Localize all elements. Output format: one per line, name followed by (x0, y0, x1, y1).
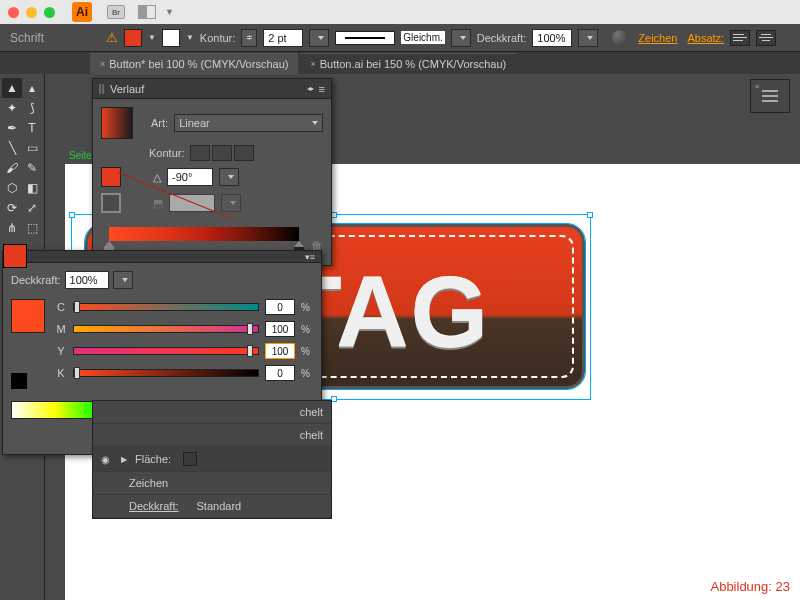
gradient-angle-dropdown[interactable] (219, 168, 239, 186)
document-tabs: ×Button* bei 100 % (CMYK/Vorschau) ×Butt… (0, 52, 800, 74)
type-tool[interactable]: T (22, 118, 42, 138)
close-dot[interactable] (8, 7, 19, 18)
close-tab-icon[interactable]: × (100, 59, 105, 69)
stroke-grad-label: Kontur: (149, 147, 184, 159)
close-tab-icon[interactable]: × (310, 59, 315, 69)
layout-toggle-icon[interactable] (138, 5, 156, 19)
magic-wand-tool[interactable]: ✦ (2, 98, 22, 118)
figure-caption: Abbildung: 23 (710, 579, 790, 594)
stop-opacity-input[interactable]: 100% (65, 271, 109, 289)
rotate-tool[interactable]: ⟳ (2, 198, 22, 218)
selection-tool[interactable]: ▲ (2, 78, 22, 98)
gradient-panel: Verlauf ◂▸ ≡ Art: Linear Kontur: △ -90° … (92, 78, 332, 266)
opacity-input[interactable]: 100% (532, 29, 572, 47)
none-swatch[interactable] (11, 373, 27, 389)
gradient-preview[interactable] (101, 107, 133, 139)
options-bar: Schrift ⚠ ▼ ▼ Kontur: ≑ 2 pt Gleichm. De… (0, 24, 800, 52)
stroke-grad-2-icon[interactable] (212, 145, 232, 161)
stroke-weight-dropdown[interactable]: ≑ (241, 29, 257, 47)
aspect-dropdown[interactable] (221, 194, 241, 212)
document-tab-2[interactable]: ×Button.ai bei 150 % (CMYK/Vorschau) (300, 53, 516, 74)
fill-swatch[interactable] (124, 29, 142, 47)
eraser-tool[interactable]: ◧ (22, 178, 42, 198)
recolor-icon[interactable] (612, 30, 628, 46)
lasso-tool[interactable]: ⟆ (22, 98, 42, 118)
gradient-ramp[interactable]: 🗑 (109, 227, 299, 241)
width-tool[interactable]: ⋔ (2, 218, 22, 238)
profile-dropdown[interactable] (451, 29, 471, 47)
kontur-label: Kontur: (200, 32, 235, 44)
y-label: Y (55, 345, 67, 357)
rectangle-tool[interactable]: ▭ (22, 138, 42, 158)
magenta-value[interactable]: 100 (265, 321, 295, 337)
panel-menu-icon[interactable] (762, 90, 778, 102)
appearance-row[interactable]: chelt (93, 401, 331, 424)
align-left-button[interactable] (730, 30, 750, 46)
gradient-angle-input[interactable]: -90° (167, 168, 213, 186)
current-color-swatch[interactable] (11, 299, 45, 333)
stroke-grad-3-icon[interactable] (234, 145, 254, 161)
pencil-tool[interactable]: ✎ (22, 158, 42, 178)
type-label: Art: (151, 117, 168, 129)
scale-tool[interactable]: ⤢ (22, 198, 42, 218)
panel-collapse-icon[interactable]: ◂▸ (307, 84, 313, 93)
collapsed-panel[interactable]: « (750, 79, 790, 113)
stroke-grad-1-icon[interactable] (190, 145, 210, 161)
direct-selection-tool[interactable]: ▴ (22, 78, 42, 98)
gradient-type-dropdown[interactable]: Linear (174, 114, 323, 132)
line-tool[interactable]: ╲ (2, 138, 22, 158)
black-slider[interactable] (73, 369, 259, 377)
panel-menu-icon[interactable]: ▾≡ (305, 252, 315, 262)
m-label: M (55, 323, 67, 335)
fill-row[interactable]: ◉▶Fläche: (93, 447, 331, 472)
free-transform-tool[interactable]: ⬚ (22, 218, 42, 238)
paragraph-link[interactable]: Absatz: (687, 32, 724, 44)
align-center-button[interactable] (756, 30, 776, 46)
cyan-slider[interactable] (73, 303, 259, 311)
opacity-label: Deckkraft: (477, 32, 527, 44)
stroke-swatch[interactable] (162, 29, 180, 47)
type-label: Schrift (10, 31, 44, 45)
yellow-slider[interactable] (73, 347, 259, 355)
blob-brush-tool[interactable]: ⬡ (2, 178, 22, 198)
document-tab-1[interactable]: ×Button* bei 100 % (CMYK/Vorschau) (90, 53, 298, 74)
profile-label: Gleichm. (401, 31, 444, 44)
expand-icon[interactable]: « (755, 82, 759, 91)
c-label: C (55, 301, 67, 313)
character-row[interactable]: Zeichen (93, 472, 331, 495)
gradient-stroke-swatch[interactable] (101, 193, 121, 213)
brush-tool[interactable]: 🖌 (2, 158, 22, 178)
app-badge-icon: Ai (72, 2, 92, 22)
k-label: K (55, 367, 67, 379)
pen-tool[interactable]: ✒ (2, 118, 22, 138)
gradient-panel-title: Verlauf (110, 83, 144, 95)
fill-swatch-small[interactable] (183, 452, 197, 466)
visibility-icon[interactable]: ◉ (101, 454, 113, 465)
appearance-panel: chelt chelt ◉▶Fläche: Zeichen Deckkraft:… (92, 400, 332, 519)
stroke-weight-flyout[interactable] (309, 29, 329, 47)
opacity-dropdown[interactable] (578, 29, 598, 47)
stroke-profile[interactable] (335, 31, 395, 45)
gradient-panel-header[interactable]: Verlauf ◂▸ ≡ (93, 79, 331, 99)
minimize-dot[interactable] (26, 7, 37, 18)
warning-icon[interactable]: ⚠ (106, 30, 118, 45)
artboard-label: Seite (69, 150, 92, 161)
character-link[interactable]: Zeichen (638, 32, 677, 44)
gradient-fill-swatch[interactable] (101, 167, 121, 187)
window-titlebar: Ai Br ▼ (0, 0, 800, 24)
cyan-value[interactable]: 0 (265, 299, 295, 315)
magenta-slider[interactable] (73, 325, 259, 333)
zoom-dot[interactable] (44, 7, 55, 18)
black-value[interactable]: 0 (265, 365, 295, 381)
stroke-weight-input[interactable]: 2 pt (263, 29, 303, 47)
opacity-label: Deckkraft: (11, 274, 61, 286)
stop-opacity-dropdown[interactable] (113, 271, 133, 289)
bridge-icon[interactable]: Br (107, 5, 125, 19)
appearance-row[interactable]: chelt (93, 424, 331, 447)
panel-menu-icon[interactable]: ≡ (319, 83, 325, 95)
yellow-value[interactable]: 100 (265, 343, 295, 359)
disclosure-icon[interactable]: ▶ (121, 455, 127, 464)
opacity-row[interactable]: Deckkraft:Standard (93, 495, 331, 518)
